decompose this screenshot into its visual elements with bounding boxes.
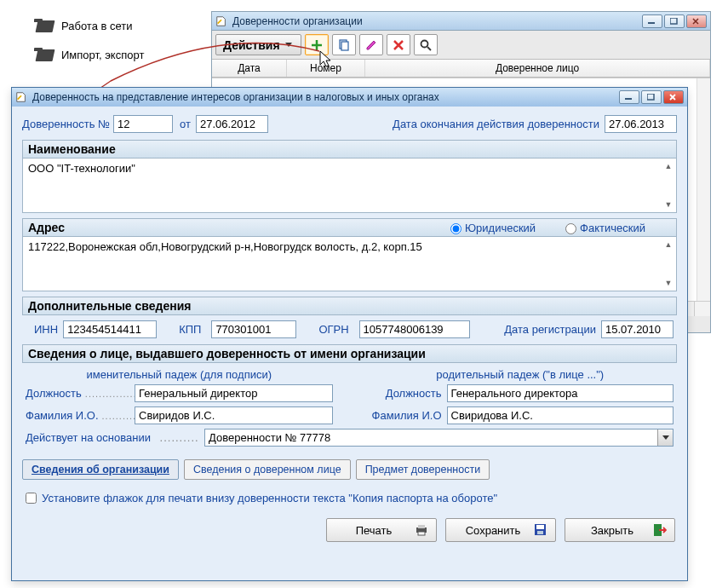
minimize-button[interactable] [619, 90, 639, 104]
poa-icon [15, 91, 27, 103]
ogrn-input[interactable] [359, 320, 470, 338]
poa-icon [215, 15, 227, 27]
window-titlebar[interactable]: Доверенности организации [212, 12, 710, 31]
folder-open-icon [34, 48, 54, 61]
address-section-body: ▲▼ [22, 237, 677, 291]
inn-label: ИНН [34, 323, 58, 336]
svg-rect-6 [647, 94, 654, 100]
number-label: Доверенность № [22, 118, 110, 130]
svg-rect-5 [625, 98, 632, 100]
close-button[interactable] [686, 14, 707, 28]
sidebar-item-label: Импорт, экспорт [61, 49, 144, 61]
position-gen-input[interactable] [447, 384, 674, 402]
header-row: Доверенность № от Дата окончания действи… [22, 115, 677, 133]
inn-input[interactable] [63, 320, 157, 338]
ogrn-label: ОГРН [318, 323, 348, 336]
folder-open-icon [34, 19, 54, 32]
kpp-input[interactable] [211, 320, 296, 338]
svg-rect-3 [341, 42, 348, 50]
edit-button[interactable] [359, 34, 383, 55]
chevron-down-icon[interactable] [657, 429, 673, 446]
svg-rect-0 [648, 22, 655, 24]
passport-copy-checkbox[interactable]: Установите флажок для печати внизу довер… [22, 490, 677, 506]
expire-date-input[interactable] [605, 115, 677, 133]
radio-actual[interactable]: Фактический [561, 221, 645, 234]
issuer-section-header: Сведения о лице, выдавшего доверенность … [22, 344, 677, 363]
address-header-label: Адрес [28, 221, 65, 234]
grid-header: Дата Номер Доверенное лицо [212, 59, 710, 78]
reg-date-input[interactable] [601, 320, 674, 338]
actions-dropdown[interactable]: Действия [215, 34, 301, 55]
toolbar: Действия [212, 31, 710, 59]
tab-trustee-info[interactable]: Сведения о доверенном лице [184, 459, 351, 480]
address-input[interactable] [23, 237, 676, 288]
sidebar-item-network[interactable]: Работа в сети [34, 19, 204, 32]
exit-icon [652, 522, 668, 538]
basis-select[interactable] [204, 429, 674, 447]
vertical-scrollbar[interactable]: ▲▼ [662, 238, 675, 290]
col-date[interactable]: Дата [212, 60, 287, 77]
basis-input[interactable] [204, 429, 674, 447]
fio-gen-input[interactable] [447, 406, 674, 424]
svg-rect-12 [537, 531, 543, 534]
vertical-scrollbar[interactable]: ▲▼ [662, 159, 675, 211]
fio-label: Фамилия И.О. [26, 409, 99, 422]
extra-section-header: Дополнительные сведения [22, 297, 677, 315]
minimize-button[interactable] [642, 14, 662, 28]
col-person[interactable]: Доверенное лицо [365, 60, 710, 77]
svg-rect-9 [418, 532, 425, 535]
delete-button[interactable] [387, 34, 410, 55]
from-label: от [180, 118, 191, 130]
position-nom-input[interactable] [135, 384, 333, 402]
from-date-input[interactable] [196, 115, 268, 133]
name-input[interactable] [23, 159, 676, 210]
checkbox-label: Установите флажок для печати внизу довер… [42, 492, 497, 504]
poa-dialog: Доверенность на представление интересов … [11, 87, 688, 581]
kpp-label: КПП [179, 323, 201, 336]
position-label: Должность [367, 387, 442, 400]
maximize-button[interactable] [664, 14, 685, 28]
maximize-button[interactable] [641, 90, 662, 104]
search-button[interactable] [414, 34, 438, 55]
tab-strip: Сведения об организации Сведения о довер… [22, 459, 677, 480]
svg-rect-1 [670, 18, 677, 24]
basis-label: Действует на основании [26, 431, 151, 444]
position-label: Должность [26, 387, 82, 400]
add-button[interactable] [305, 34, 329, 55]
svg-rect-11 [536, 525, 544, 529]
svg-rect-8 [418, 525, 425, 528]
radio-legal[interactable]: Юридический [446, 221, 536, 234]
hint-nominative: именительный падеж (для подписи) [26, 368, 333, 381]
fio-label: Фамилия И.О [367, 409, 442, 422]
address-section-header: Адрес Юридический Фактический [22, 218, 677, 237]
number-input[interactable] [113, 115, 173, 133]
dialog-titlebar[interactable]: Доверенность на представление интересов … [12, 88, 687, 107]
issuer-section-body: именительный падеж (для подписи) родител… [22, 363, 677, 453]
close-button[interactable]: Закрыть [565, 518, 675, 542]
sidebar-item-import-export[interactable]: Импорт, экспорт [34, 48, 204, 61]
copy-button[interactable] [332, 34, 356, 55]
window-title: Доверенности организации [232, 15, 642, 27]
search-icon [419, 38, 433, 52]
dialog-title: Доверенность на представление интересов … [32, 91, 619, 103]
tab-subject[interactable]: Предмет доверенности [356, 459, 490, 480]
dialog-button-bar: Печать Сохранить Закрыть [22, 518, 677, 542]
reg-date-label: Дата регистрации [504, 323, 596, 336]
save-button[interactable]: Сохранить [445, 518, 556, 542]
name-section-header: Наименование [22, 140, 677, 159]
plus-icon [310, 38, 324, 52]
copy-icon [337, 38, 351, 52]
x-icon [393, 39, 404, 51]
fio-nom-input[interactable] [135, 406, 333, 424]
print-button[interactable]: Печать [326, 518, 437, 542]
tab-org-info[interactable]: Сведения об организации [22, 459, 179, 480]
close-button[interactable] [663, 90, 684, 104]
vertical-scrollbar[interactable] [696, 78, 710, 316]
printer-icon [414, 522, 429, 538]
sidebar-item-label: Работа в сети [61, 20, 133, 32]
pencil-icon [364, 38, 378, 52]
hint-genitive: родительный падеж ("в лице ...") [367, 368, 674, 381]
col-number[interactable]: Номер [287, 60, 365, 77]
expire-label: Дата окончания действия доверенности [393, 118, 599, 130]
save-icon [533, 522, 548, 538]
